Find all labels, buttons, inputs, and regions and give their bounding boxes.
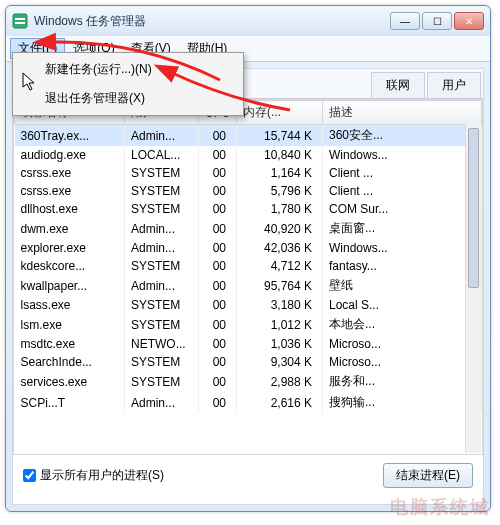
cell-user: SYSTEM — [125, 296, 199, 314]
maximize-button[interactable]: ☐ — [422, 12, 452, 30]
cell-mem: 1,036 K — [237, 335, 323, 353]
cell-name: dllhost.exe — [15, 200, 125, 218]
cell-mem: 9,304 K — [237, 353, 323, 371]
cell-cpu: 00 — [199, 353, 237, 371]
table-row[interactable]: explorer.exeAdmin...0042,036 KWindows... — [15, 239, 482, 257]
file-menu-dropdown: 新建任务(运行...)(N) 退出任务管理器(X) — [12, 52, 244, 116]
cell-desc: Microso... — [323, 335, 482, 353]
cell-mem: 1,164 K — [237, 164, 323, 182]
table-row[interactable]: csrss.exeSYSTEM001,164 KClient ... — [15, 164, 482, 182]
cell-desc: Microso... — [323, 353, 482, 371]
cell-name: services.exe — [15, 371, 125, 392]
cell-mem: 95,764 K — [237, 275, 323, 296]
cell-user: NETWO... — [125, 335, 199, 353]
scroll-thumb[interactable] — [468, 128, 479, 288]
table-row[interactable]: SearchInde...SYSTEM009,304 KMicroso... — [15, 353, 482, 371]
cell-user: Admin... — [125, 275, 199, 296]
cell-user: Admin... — [125, 218, 199, 239]
cell-user: Admin... — [125, 239, 199, 257]
footer: 显示所有用户的进程(S) 结束进程(E) — [13, 455, 483, 494]
cell-cpu: 00 — [199, 182, 237, 200]
show-all-users-label: 显示所有用户的进程(S) — [40, 467, 164, 484]
client-area: 联网 用户 映像名称 用户… CPU 内存(... 描述 360Tray.ex.… — [12, 68, 484, 505]
cell-mem: 10,840 K — [237, 146, 323, 164]
cell-cpu: 00 — [199, 239, 237, 257]
cell-name: dwm.exe — [15, 218, 125, 239]
end-process-button[interactable]: 结束进程(E) — [383, 463, 473, 488]
close-button[interactable]: ✕ — [454, 12, 484, 30]
cell-name: SCPi...T — [15, 392, 125, 413]
cell-name: kdeskcore... — [15, 257, 125, 275]
cell-name: audiodg.exe — [15, 146, 125, 164]
table-row[interactable]: kwallpaper...Admin...0095,764 K壁纸 — [15, 275, 482, 296]
cell-cpu: 00 — [199, 125, 237, 147]
cell-mem: 15,744 K — [237, 125, 323, 147]
table-row[interactable]: kdeskcore...SYSTEM004,712 Kfantasy... — [15, 257, 482, 275]
show-all-users-checkbox[interactable] — [23, 469, 36, 482]
cell-mem: 1,780 K — [237, 200, 323, 218]
table-row[interactable]: SCPi...TAdmin...002,616 K搜狗输... — [15, 392, 482, 413]
cell-name: lsass.exe — [15, 296, 125, 314]
cell-mem: 4,712 K — [237, 257, 323, 275]
process-table-container: 映像名称 用户… CPU 内存(... 描述 360Tray.ex...Admi… — [13, 99, 483, 455]
cell-user: SYSTEM — [125, 371, 199, 392]
table-row[interactable]: lsass.exeSYSTEM003,180 KLocal S... — [15, 296, 482, 314]
cell-name: kwallpaper... — [15, 275, 125, 296]
cell-name: explorer.exe — [15, 239, 125, 257]
app-icon — [12, 13, 28, 29]
cell-mem: 2,988 K — [237, 371, 323, 392]
cell-mem: 3,180 K — [237, 296, 323, 314]
cell-cpu: 00 — [199, 296, 237, 314]
cell-name: csrss.exe — [15, 182, 125, 200]
col-memory[interactable]: 内存(... — [237, 101, 323, 125]
cell-desc: Local S... — [323, 296, 482, 314]
cell-name: lsm.exe — [15, 314, 125, 335]
cell-cpu: 00 — [199, 146, 237, 164]
col-description[interactable]: 描述 — [323, 101, 482, 125]
window-title: Windows 任务管理器 — [34, 13, 390, 30]
cell-user: Admin... — [125, 392, 199, 413]
titlebar[interactable]: Windows 任务管理器 — ☐ ✕ — [6, 6, 490, 36]
cell-desc: fantasy... — [323, 257, 482, 275]
table-row[interactable]: lsm.exeSYSTEM001,012 K本地会... — [15, 314, 482, 335]
cell-user: SYSTEM — [125, 353, 199, 371]
minimize-button[interactable]: — — [390, 12, 420, 30]
process-table: 映像名称 用户… CPU 内存(... 描述 360Tray.ex...Admi… — [14, 100, 482, 413]
cell-mem: 1,012 K — [237, 314, 323, 335]
cell-mem: 5,796 K — [237, 182, 323, 200]
cell-cpu: 00 — [199, 275, 237, 296]
tab-networking[interactable]: 联网 — [371, 72, 425, 98]
table-row[interactable]: services.exeSYSTEM002,988 K服务和... — [15, 371, 482, 392]
cell-desc: 壁纸 — [323, 275, 482, 296]
table-row[interactable]: audiodg.exeLOCAL...0010,840 KWindows... — [15, 146, 482, 164]
cell-desc: 360安全... — [323, 125, 482, 147]
table-row[interactable]: msdtc.exeNETWO...001,036 KMicroso... — [15, 335, 482, 353]
cell-user: SYSTEM — [125, 182, 199, 200]
cell-desc: 服务和... — [323, 371, 482, 392]
table-row[interactable]: 360Tray.ex...Admin...0015,744 K360安全... — [15, 125, 482, 147]
cell-name: SearchInde... — [15, 353, 125, 371]
cell-mem: 2,616 K — [237, 392, 323, 413]
svg-rect-1 — [15, 18, 25, 20]
cursor-icon — [22, 72, 38, 96]
cell-user: SYSTEM — [125, 164, 199, 182]
cell-user: SYSTEM — [125, 200, 199, 218]
cell-desc: 桌面窗... — [323, 218, 482, 239]
cell-cpu: 00 — [199, 314, 237, 335]
menu-item-exit[interactable]: 退出任务管理器(X) — [15, 84, 241, 113]
cell-cpu: 00 — [199, 371, 237, 392]
cell-mem: 42,036 K — [237, 239, 323, 257]
cell-desc: COM Sur... — [323, 200, 482, 218]
cell-cpu: 00 — [199, 392, 237, 413]
cell-user: Admin... — [125, 125, 199, 147]
cell-mem: 40,920 K — [237, 218, 323, 239]
cell-cpu: 00 — [199, 257, 237, 275]
menu-item-new-task[interactable]: 新建任务(运行...)(N) — [15, 55, 241, 84]
table-row[interactable]: csrss.exeSYSTEM005,796 KClient ... — [15, 182, 482, 200]
cell-user: SYSTEM — [125, 257, 199, 275]
cell-cpu: 00 — [199, 200, 237, 218]
table-row[interactable]: dwm.exeAdmin...0040,920 K桌面窗... — [15, 218, 482, 239]
vertical-scrollbar[interactable] — [465, 124, 481, 453]
tab-users[interactable]: 用户 — [427, 72, 481, 98]
table-row[interactable]: dllhost.exeSYSTEM001,780 KCOM Sur... — [15, 200, 482, 218]
